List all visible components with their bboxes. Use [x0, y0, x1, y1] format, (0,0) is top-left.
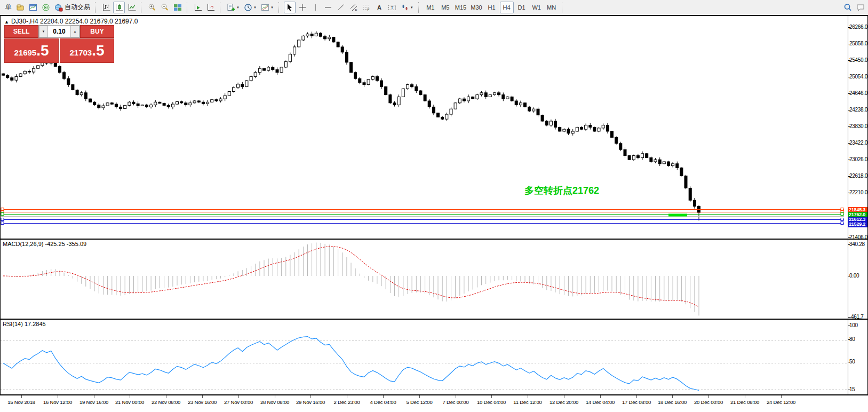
- vertical-line-icon[interactable]: [309, 2, 321, 13]
- time-axis-label[interactable]: 2 Dec 23:00: [333, 399, 360, 405]
- volume-field[interactable]: 0.10: [48, 26, 70, 37]
- time-axis-tick: [456, 395, 456, 398]
- price-axis-label: 21406.0: [849, 234, 867, 241]
- chart-shift-icon[interactable]: [205, 2, 217, 13]
- new-chart-window-icon[interactable]: [27, 2, 39, 13]
- sell-price[interactable]: 21695.5: [4, 38, 59, 63]
- time-axis-tick: [202, 395, 203, 398]
- tile-windows-icon-glyph: [173, 3, 182, 12]
- cursor-icon-glyph: [285, 3, 294, 12]
- candlestick-type-icon[interactable]: [113, 2, 125, 13]
- timeframe-w1[interactable]: W1: [530, 2, 544, 13]
- rsi-bottom-border: [0, 394, 868, 395]
- time-axis-label[interactable]: 21 Nov 00:00: [115, 399, 144, 405]
- templates-icon[interactable]: ▼: [259, 2, 275, 13]
- macd-axis-label: -461.7: [849, 314, 867, 320]
- time-axis-label[interactable]: 28 Nov 08:00: [260, 399, 289, 405]
- time-axis-label[interactable]: 16 Nov 12:00: [43, 399, 72, 405]
- macd-rsi-separator[interactable]: [0, 319, 868, 320]
- time-axis-label[interactable]: 18 Dec 16:00: [658, 399, 687, 405]
- bar-chart-type-icon[interactable]: [100, 2, 112, 13]
- time-axis-label[interactable]: 20 Dec 00:00: [694, 399, 723, 405]
- timeframe-mn[interactable]: MN: [545, 2, 559, 13]
- time-axis-label[interactable]: 12 Dec 20:00: [550, 399, 578, 405]
- time-axis-label[interactable]: 29 Nov 16:00: [296, 399, 325, 405]
- time-axis-label[interactable]: 27 Nov 00:00: [224, 399, 253, 405]
- zoom-out-icon[interactable]: [159, 2, 171, 13]
- timeframe-m5[interactable]: M5: [439, 2, 452, 13]
- time-axis-label[interactable]: 4 Dec 04:00: [370, 399, 396, 405]
- autotrading-button-glyph: [54, 3, 63, 12]
- market-watch-icon[interactable]: [40, 2, 52, 13]
- terminal-icon[interactable]: [14, 2, 26, 13]
- macd-pane-canvas[interactable]: [0, 240, 848, 319]
- equidistant-channel-icon[interactable]: E: [348, 2, 360, 13]
- toolbar-separator: [95, 2, 98, 13]
- text-label-icon-glyph: T: [388, 3, 396, 12]
- price-axis-label: 25858.0: [849, 41, 867, 47]
- new-chart-plus-icon[interactable]: ▼: [225, 2, 241, 13]
- time-axis-label[interactable]: 5 Dec 12:00: [406, 399, 432, 405]
- time-axis-label[interactable]: 11 Dec 12:00: [513, 399, 541, 405]
- templates-icon-glyph: [261, 3, 269, 12]
- time-axis-tick: [781, 395, 782, 398]
- time-axis-tick: [130, 395, 130, 398]
- arrows-icon[interactable]: ▼: [399, 2, 415, 13]
- dropdown-caret-icon[interactable]: ▼: [236, 6, 240, 9]
- dropdown-caret-icon[interactable]: ▼: [270, 6, 274, 9]
- collapse-icon[interactable]: ▲: [4, 19, 9, 25]
- cursor-icon[interactable]: [284, 2, 296, 13]
- search-icon[interactable]: [842, 2, 854, 13]
- time-axis-label[interactable]: 22 Nov 08:00: [152, 399, 180, 405]
- dropdown-caret-icon[interactable]: ▼: [410, 6, 413, 9]
- price-chart-canvas[interactable]: [0, 16, 848, 239]
- time-axis-label[interactable]: 23 Nov 16:00: [188, 399, 217, 405]
- timeframe-m30[interactable]: M30: [469, 2, 483, 13]
- timeframe-m15[interactable]: M15: [453, 2, 468, 13]
- trendline-icon[interactable]: [335, 2, 347, 13]
- time-axis-label[interactable]: 14 Dec 04:00: [586, 399, 615, 405]
- rsi-pane-canvas[interactable]: [0, 320, 848, 394]
- sell-button[interactable]: SELL: [4, 25, 38, 38]
- chat-icon[interactable]: [855, 2, 866, 13]
- bar-chart-type-icon-glyph: [102, 3, 110, 12]
- time-axis-label[interactable]: 17 Dec 08:00: [622, 399, 651, 405]
- horizontal-line-icon-glyph: [324, 3, 332, 12]
- toolbar-separator: [141, 2, 144, 13]
- candlestick-type-icon-glyph: [115, 3, 123, 12]
- time-axis-label[interactable]: 7 Dec 00:00: [442, 399, 468, 405]
- buy-price[interactable]: 21703.5: [60, 38, 114, 63]
- chart-shift-icon-glyph: [206, 3, 215, 12]
- volume-increase-button[interactable]: ▲: [70, 26, 79, 37]
- period-clock-icon[interactable]: ▼: [242, 2, 258, 13]
- buy-button[interactable]: BUY: [80, 25, 114, 38]
- dropdown-caret-icon[interactable]: ▼: [253, 6, 257, 9]
- timeframe-h1[interactable]: H1: [485, 2, 499, 13]
- autotrading-button[interactable]: 自动交易: [53, 2, 92, 13]
- new-chart-window-icon-glyph: [29, 3, 37, 12]
- price-level-label: 21529.2: [848, 221, 867, 227]
- time-axis-label[interactable]: 24 Dec 12:00: [767, 399, 795, 405]
- line-chart-type-icon[interactable]: [126, 2, 138, 13]
- text-icon[interactable]: A: [373, 2, 385, 13]
- price-macd-separator[interactable]: [0, 239, 868, 240]
- timeframe-d1[interactable]: D1: [515, 2, 529, 13]
- zoom-in-icon[interactable]: [146, 2, 158, 13]
- time-axis-label[interactable]: 10 Dec 04:00: [477, 399, 506, 405]
- timeframe-m1[interactable]: M1: [424, 2, 437, 13]
- auto-scroll-icon[interactable]: [192, 2, 204, 13]
- timeframe-h4[interactable]: H4: [500, 2, 514, 13]
- new-order-button[interactable]: 单: [2, 2, 13, 13]
- crosshair-icon[interactable]: [297, 2, 308, 13]
- fibonacci-icon[interactable]: F: [361, 2, 372, 13]
- text-label-icon[interactable]: T: [386, 2, 398, 13]
- time-axis-label[interactable]: 19 Nov 16:00: [79, 399, 108, 405]
- time-axis-label[interactable]: 15 Nov 2018: [7, 399, 35, 405]
- horizontal-line-icon[interactable]: [322, 2, 334, 13]
- volume-decrease-button[interactable]: ▼: [39, 26, 48, 37]
- time-axis-label[interactable]: 21 Dec 08:00: [730, 399, 759, 405]
- time-axis-tick: [275, 395, 275, 398]
- market-watch-icon-glyph: [42, 3, 50, 12]
- tile-windows-icon[interactable]: [172, 2, 184, 13]
- toolbar-separator: [220, 2, 222, 13]
